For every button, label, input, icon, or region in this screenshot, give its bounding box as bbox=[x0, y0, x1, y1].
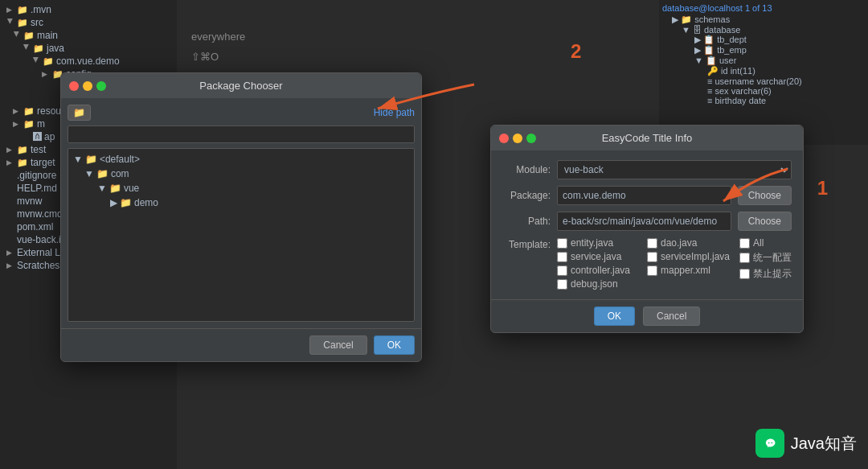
choose-package-button[interactable]: Choose bbox=[738, 186, 792, 205]
path-input-easycode[interactable] bbox=[557, 212, 731, 231]
easycode-footer: OK Cancel bbox=[491, 299, 803, 332]
folder-icon: 📁 bbox=[17, 158, 28, 168]
checkbox-debug-json[interactable]: debug.json bbox=[557, 278, 639, 290]
dialog-body: 📁 Hide path ▼ 📁 <default> ▼ 📁 com ▼ 📁 vu… bbox=[61, 98, 421, 328]
package-row: Package: Choose bbox=[502, 186, 792, 205]
arrow-icon: ▶ bbox=[23, 44, 31, 52]
easycode-ok-button[interactable]: OK bbox=[594, 306, 635, 326]
folder-icon: 📁 bbox=[17, 5, 28, 15]
template-checkbox-grid: entity.java dao.java service.java servic… bbox=[557, 237, 730, 290]
arrow-icon: ▶ bbox=[6, 158, 14, 167]
package-label: Package: bbox=[502, 190, 551, 201]
checkbox-debug-json-input[interactable] bbox=[557, 279, 567, 290]
checkbox-dao-input[interactable] bbox=[647, 238, 657, 249]
close-button[interactable] bbox=[69, 81, 79, 91]
checkbox-controller[interactable]: controller.java bbox=[557, 265, 639, 276]
folder-icon: 📁 bbox=[96, 168, 108, 179]
folder-icon: 📁 bbox=[120, 197, 132, 208]
tree-item-default[interactable]: ▼ 📁 <default> bbox=[72, 152, 411, 167]
minimize-button[interactable] bbox=[83, 81, 92, 91]
checkbox-unified-config-input[interactable] bbox=[739, 253, 750, 263]
easycode-title: EasyCode Title Info bbox=[602, 132, 693, 144]
easycode-close-button[interactable] bbox=[499, 134, 509, 143]
checkbox-service-input[interactable] bbox=[557, 252, 567, 262]
checkbox-entity[interactable]: entity.java bbox=[557, 237, 639, 249]
checkbox-dao[interactable]: dao.java bbox=[647, 237, 730, 249]
folder-icon: 📁 bbox=[33, 43, 44, 54]
tree-item-vue[interactable]: ▼ 📁 vue bbox=[72, 181, 411, 195]
db-schemas: ▶ 📁 schemas ▼ 🗄 database ▶ 📋 tb_dept ▶ 📋… bbox=[662, 14, 865, 105]
sidebar-item-com-vue-demo[interactable]: ▶ 📁 com.vue.demo bbox=[0, 55, 177, 68]
arrow-icon: ▶ bbox=[6, 6, 14, 14]
folder-icon: 📁 bbox=[23, 119, 35, 130]
wechat-icon bbox=[755, 429, 784, 458]
right-checkboxes: All 统一配置 禁止提示 bbox=[739, 237, 792, 281]
arrow-icon: ▶ bbox=[13, 120, 21, 128]
path-row: Path: Choose bbox=[502, 212, 792, 231]
arrow-icon: ▶ bbox=[6, 146, 14, 154]
easycode-traffic-lights bbox=[499, 134, 536, 143]
module-label: Module: bbox=[502, 164, 551, 175]
folder-icon: 📁 bbox=[109, 183, 121, 194]
file-icon: 🅰 bbox=[33, 132, 42, 142]
arrow-icon: ▶ bbox=[6, 249, 14, 257]
db-header: database@localhost 1 of 13 bbox=[662, 3, 865, 13]
arrow-icon: ▶ bbox=[42, 70, 50, 78]
path-input[interactable] bbox=[68, 125, 415, 143]
easycode-body: Module: vue-back Package: Choose Path: C… bbox=[491, 150, 803, 299]
checkbox-service-impl[interactable]: serviceImpl.java bbox=[647, 251, 730, 262]
arrow-icon: ▶ bbox=[13, 31, 21, 39]
sidebar-item-mvn[interactable]: ▶ 📁 .mvn bbox=[0, 3, 177, 16]
watermark-text: Java知音 bbox=[791, 433, 857, 455]
sidebar-item-java[interactable]: ▶ 📁 java bbox=[0, 42, 177, 55]
cancel-button[interactable]: Cancel bbox=[309, 335, 366, 355]
choose-path-button[interactable]: Choose bbox=[738, 212, 792, 231]
folder-button[interactable]: 📁 bbox=[68, 105, 91, 121]
sidebar-item-main[interactable]: ▶ 📁 main bbox=[0, 29, 177, 42]
checkbox-mapper-xml[interactable]: mapper.xml bbox=[647, 265, 730, 276]
module-select[interactable]: vue-back bbox=[557, 160, 792, 179]
path-label: Path: bbox=[502, 216, 551, 227]
folder-icon: 📁 bbox=[17, 145, 28, 155]
traffic-lights bbox=[69, 81, 106, 91]
checkbox-unified-config[interactable]: 统一配置 bbox=[739, 251, 792, 265]
sidebar-item-src[interactable]: ▶ 📁 src bbox=[0, 16, 177, 29]
ok-button[interactable]: OK bbox=[374, 335, 415, 355]
folder-icon: 📁 bbox=[23, 31, 35, 41]
db-tree-panel: database@localhost 1 of 13 ▶ 📁 schemas ▼… bbox=[659, 0, 868, 145]
easycode-dialog: EasyCode Title Info Module: vue-back Pac… bbox=[490, 125, 804, 333]
dialog-title: Package Chooser bbox=[199, 80, 282, 92]
checkbox-entity-input[interactable] bbox=[557, 238, 567, 249]
folder-icon: 📁 bbox=[23, 106, 35, 117]
checkbox-service[interactable]: service.java bbox=[557, 251, 639, 262]
hide-path-row: 📁 Hide path bbox=[68, 105, 415, 121]
module-row: Module: vue-back bbox=[502, 160, 792, 179]
package-chooser-footer: Cancel OK bbox=[61, 328, 421, 361]
checkbox-service-impl-input[interactable] bbox=[647, 252, 657, 262]
arrow-icon: ▶ bbox=[6, 261, 14, 269]
checkbox-controller-input[interactable] bbox=[557, 265, 567, 276]
checkbox-disable-hint[interactable]: 禁止提示 bbox=[739, 267, 792, 281]
tree-item-demo[interactable]: ▶ 📁 demo bbox=[72, 195, 411, 210]
arrow-icon: ▶ bbox=[13, 107, 21, 115]
package-tree[interactable]: ▼ 📁 <default> ▼ 📁 com ▼ 📁 vue ▶ 📁 demo bbox=[68, 148, 415, 322]
easycode-maximize-button[interactable] bbox=[526, 134, 536, 143]
checkbox-all[interactable]: All bbox=[739, 237, 792, 249]
easycode-cancel-button[interactable]: Cancel bbox=[643, 306, 700, 326]
template-label: Template: bbox=[502, 237, 551, 250]
checkbox-mapper-xml-input[interactable] bbox=[647, 265, 657, 276]
arrow-icon: ▶ bbox=[110, 197, 117, 208]
hide-path-link[interactable]: Hide path bbox=[374, 107, 415, 118]
package-input[interactable] bbox=[557, 186, 731, 205]
arrow-icon: ▼ bbox=[84, 168, 94, 179]
tree-item-com[interactable]: ▼ 📁 com bbox=[72, 167, 411, 181]
easycode-minimize-button[interactable] bbox=[513, 134, 522, 143]
checkbox-all-input[interactable] bbox=[739, 238, 750, 249]
arrow-icon: ▶ bbox=[6, 19, 14, 27]
arrow-icon: ▶ bbox=[32, 57, 40, 65]
maximize-button[interactable] bbox=[96, 81, 106, 91]
package-chooser-dialog: Package Chooser 📁 Hide path ▼ 📁 <default… bbox=[60, 72, 422, 362]
wechat-watermark: Java知音 bbox=[755, 429, 857, 458]
arrow-icon: ▼ bbox=[73, 154, 83, 165]
checkbox-disable-hint-input[interactable] bbox=[739, 269, 750, 279]
